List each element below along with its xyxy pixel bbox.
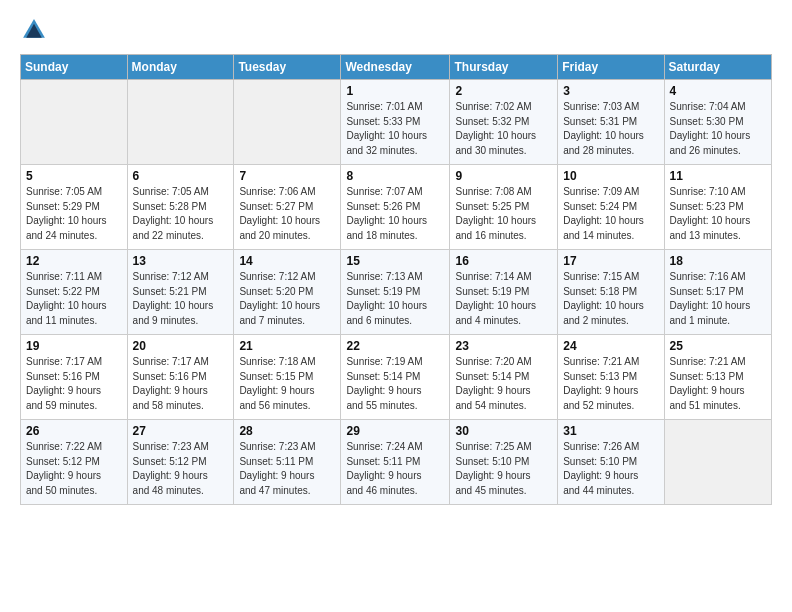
- day-number: 4: [670, 84, 766, 98]
- day-number: 1: [346, 84, 444, 98]
- day-number: 24: [563, 339, 658, 353]
- day-number: 26: [26, 424, 122, 438]
- calendar-cell: 5Sunrise: 7:05 AM Sunset: 5:29 PM Daylig…: [21, 165, 128, 250]
- day-info: Sunrise: 7:21 AM Sunset: 5:13 PM Dayligh…: [670, 355, 766, 413]
- day-number: 10: [563, 169, 658, 183]
- day-number: 25: [670, 339, 766, 353]
- day-number: 28: [239, 424, 335, 438]
- calendar-cell: 30Sunrise: 7:25 AM Sunset: 5:10 PM Dayli…: [450, 420, 558, 505]
- day-info: Sunrise: 7:16 AM Sunset: 5:17 PM Dayligh…: [670, 270, 766, 328]
- logo: [20, 16, 50, 44]
- day-number: 11: [670, 169, 766, 183]
- calendar-cell: 22Sunrise: 7:19 AM Sunset: 5:14 PM Dayli…: [341, 335, 450, 420]
- day-info: Sunrise: 7:01 AM Sunset: 5:33 PM Dayligh…: [346, 100, 444, 158]
- day-info: Sunrise: 7:09 AM Sunset: 5:24 PM Dayligh…: [563, 185, 658, 243]
- day-number: 12: [26, 254, 122, 268]
- week-row-3: 12Sunrise: 7:11 AM Sunset: 5:22 PM Dayli…: [21, 250, 772, 335]
- day-number: 21: [239, 339, 335, 353]
- day-info: Sunrise: 7:02 AM Sunset: 5:32 PM Dayligh…: [455, 100, 552, 158]
- day-number: 16: [455, 254, 552, 268]
- day-info: Sunrise: 7:04 AM Sunset: 5:30 PM Dayligh…: [670, 100, 766, 158]
- week-row-2: 5Sunrise: 7:05 AM Sunset: 5:29 PM Daylig…: [21, 165, 772, 250]
- day-info: Sunrise: 7:20 AM Sunset: 5:14 PM Dayligh…: [455, 355, 552, 413]
- day-info: Sunrise: 7:15 AM Sunset: 5:18 PM Dayligh…: [563, 270, 658, 328]
- calendar-cell: 4Sunrise: 7:04 AM Sunset: 5:30 PM Daylig…: [664, 80, 771, 165]
- day-number: 15: [346, 254, 444, 268]
- day-info: Sunrise: 7:24 AM Sunset: 5:11 PM Dayligh…: [346, 440, 444, 498]
- calendar-cell: 19Sunrise: 7:17 AM Sunset: 5:16 PM Dayli…: [21, 335, 128, 420]
- day-info: Sunrise: 7:18 AM Sunset: 5:15 PM Dayligh…: [239, 355, 335, 413]
- weekday-sunday: Sunday: [21, 55, 128, 80]
- day-info: Sunrise: 7:11 AM Sunset: 5:22 PM Dayligh…: [26, 270, 122, 328]
- day-info: Sunrise: 7:10 AM Sunset: 5:23 PM Dayligh…: [670, 185, 766, 243]
- day-number: 20: [133, 339, 229, 353]
- calendar-table: SundayMondayTuesdayWednesdayThursdayFrid…: [20, 54, 772, 505]
- day-number: 29: [346, 424, 444, 438]
- calendar-cell: 23Sunrise: 7:20 AM Sunset: 5:14 PM Dayli…: [450, 335, 558, 420]
- day-info: Sunrise: 7:19 AM Sunset: 5:14 PM Dayligh…: [346, 355, 444, 413]
- calendar-cell: 24Sunrise: 7:21 AM Sunset: 5:13 PM Dayli…: [558, 335, 664, 420]
- day-number: 2: [455, 84, 552, 98]
- weekday-wednesday: Wednesday: [341, 55, 450, 80]
- page: SundayMondayTuesdayWednesdayThursdayFrid…: [0, 0, 792, 521]
- calendar-cell: [21, 80, 128, 165]
- day-number: 30: [455, 424, 552, 438]
- day-info: Sunrise: 7:21 AM Sunset: 5:13 PM Dayligh…: [563, 355, 658, 413]
- day-number: 23: [455, 339, 552, 353]
- day-number: 27: [133, 424, 229, 438]
- weekday-monday: Monday: [127, 55, 234, 80]
- day-info: Sunrise: 7:17 AM Sunset: 5:16 PM Dayligh…: [133, 355, 229, 413]
- weekday-thursday: Thursday: [450, 55, 558, 80]
- day-info: Sunrise: 7:08 AM Sunset: 5:25 PM Dayligh…: [455, 185, 552, 243]
- calendar-cell: 9Sunrise: 7:08 AM Sunset: 5:25 PM Daylig…: [450, 165, 558, 250]
- calendar-cell: 8Sunrise: 7:07 AM Sunset: 5:26 PM Daylig…: [341, 165, 450, 250]
- day-info: Sunrise: 7:12 AM Sunset: 5:21 PM Dayligh…: [133, 270, 229, 328]
- calendar-cell: 21Sunrise: 7:18 AM Sunset: 5:15 PM Dayli…: [234, 335, 341, 420]
- calendar-cell: 11Sunrise: 7:10 AM Sunset: 5:23 PM Dayli…: [664, 165, 771, 250]
- calendar-cell: [234, 80, 341, 165]
- calendar-cell: 17Sunrise: 7:15 AM Sunset: 5:18 PM Dayli…: [558, 250, 664, 335]
- day-info: Sunrise: 7:22 AM Sunset: 5:12 PM Dayligh…: [26, 440, 122, 498]
- weekday-friday: Friday: [558, 55, 664, 80]
- day-number: 8: [346, 169, 444, 183]
- header: [20, 16, 772, 44]
- day-number: 13: [133, 254, 229, 268]
- week-row-1: 1Sunrise: 7:01 AM Sunset: 5:33 PM Daylig…: [21, 80, 772, 165]
- calendar-cell: 31Sunrise: 7:26 AM Sunset: 5:10 PM Dayli…: [558, 420, 664, 505]
- day-info: Sunrise: 7:23 AM Sunset: 5:12 PM Dayligh…: [133, 440, 229, 498]
- day-info: Sunrise: 7:12 AM Sunset: 5:20 PM Dayligh…: [239, 270, 335, 328]
- calendar-cell: 1Sunrise: 7:01 AM Sunset: 5:33 PM Daylig…: [341, 80, 450, 165]
- calendar-cell: 18Sunrise: 7:16 AM Sunset: 5:17 PM Dayli…: [664, 250, 771, 335]
- day-info: Sunrise: 7:13 AM Sunset: 5:19 PM Dayligh…: [346, 270, 444, 328]
- day-info: Sunrise: 7:23 AM Sunset: 5:11 PM Dayligh…: [239, 440, 335, 498]
- calendar-cell: 16Sunrise: 7:14 AM Sunset: 5:19 PM Dayli…: [450, 250, 558, 335]
- day-info: Sunrise: 7:14 AM Sunset: 5:19 PM Dayligh…: [455, 270, 552, 328]
- calendar-cell: 3Sunrise: 7:03 AM Sunset: 5:31 PM Daylig…: [558, 80, 664, 165]
- logo-icon: [20, 16, 48, 44]
- week-row-5: 26Sunrise: 7:22 AM Sunset: 5:12 PM Dayli…: [21, 420, 772, 505]
- calendar-cell: 28Sunrise: 7:23 AM Sunset: 5:11 PM Dayli…: [234, 420, 341, 505]
- calendar-cell: 25Sunrise: 7:21 AM Sunset: 5:13 PM Dayli…: [664, 335, 771, 420]
- day-number: 18: [670, 254, 766, 268]
- calendar-cell: 14Sunrise: 7:12 AM Sunset: 5:20 PM Dayli…: [234, 250, 341, 335]
- day-number: 3: [563, 84, 658, 98]
- day-info: Sunrise: 7:26 AM Sunset: 5:10 PM Dayligh…: [563, 440, 658, 498]
- calendar-cell: 15Sunrise: 7:13 AM Sunset: 5:19 PM Dayli…: [341, 250, 450, 335]
- calendar-cell: 12Sunrise: 7:11 AM Sunset: 5:22 PM Dayli…: [21, 250, 128, 335]
- day-info: Sunrise: 7:05 AM Sunset: 5:28 PM Dayligh…: [133, 185, 229, 243]
- day-info: Sunrise: 7:25 AM Sunset: 5:10 PM Dayligh…: [455, 440, 552, 498]
- day-info: Sunrise: 7:05 AM Sunset: 5:29 PM Dayligh…: [26, 185, 122, 243]
- day-number: 31: [563, 424, 658, 438]
- calendar-cell: [127, 80, 234, 165]
- calendar-cell: 27Sunrise: 7:23 AM Sunset: 5:12 PM Dayli…: [127, 420, 234, 505]
- day-number: 6: [133, 169, 229, 183]
- day-number: 22: [346, 339, 444, 353]
- day-info: Sunrise: 7:07 AM Sunset: 5:26 PM Dayligh…: [346, 185, 444, 243]
- calendar-cell: 2Sunrise: 7:02 AM Sunset: 5:32 PM Daylig…: [450, 80, 558, 165]
- calendar-cell: 13Sunrise: 7:12 AM Sunset: 5:21 PM Dayli…: [127, 250, 234, 335]
- day-info: Sunrise: 7:17 AM Sunset: 5:16 PM Dayligh…: [26, 355, 122, 413]
- weekday-saturday: Saturday: [664, 55, 771, 80]
- calendar-cell: 20Sunrise: 7:17 AM Sunset: 5:16 PM Dayli…: [127, 335, 234, 420]
- calendar-cell: 7Sunrise: 7:06 AM Sunset: 5:27 PM Daylig…: [234, 165, 341, 250]
- week-row-4: 19Sunrise: 7:17 AM Sunset: 5:16 PM Dayli…: [21, 335, 772, 420]
